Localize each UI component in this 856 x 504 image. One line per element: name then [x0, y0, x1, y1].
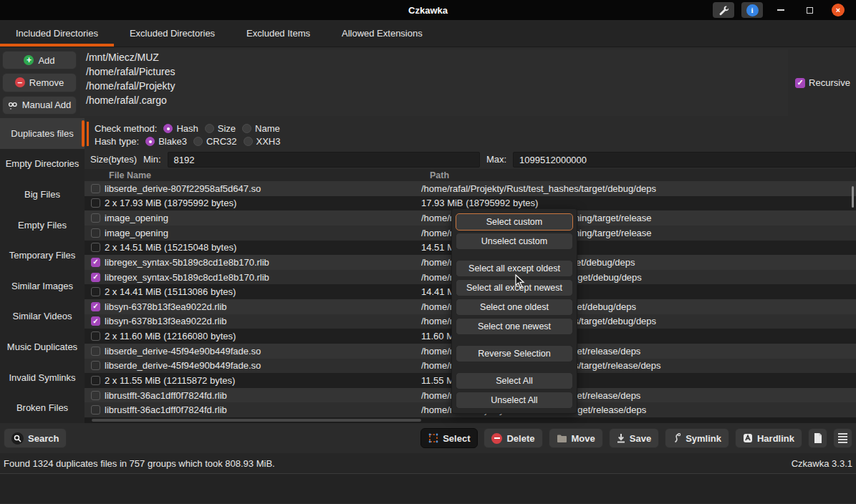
directory-row[interactable]: /home/rafal/.cargo: [80, 93, 788, 107]
sidebar-item-big-files[interactable]: Big Files: [0, 179, 85, 210]
manual-add-directory-button[interactable]: Manual Add: [2, 96, 77, 115]
symlink-label: Symlink: [686, 433, 721, 444]
search-button[interactable]: Search: [4, 428, 67, 448]
sidebar-item-label: Temporary Files: [9, 250, 75, 261]
sidebar-item-music-duplicates[interactable]: Music Duplicates: [0, 331, 85, 362]
directory-row[interactable]: /home/rafal/Projekty: [80, 79, 788, 93]
file-path: /home/rafal/Projekty/Rust/test_hashes/ta…: [421, 183, 856, 194]
recursive-checkbox[interactable]: [795, 78, 805, 88]
add-directory-button[interactable]: + Add: [2, 51, 77, 69]
sidebar-item-empty-files[interactable]: Empty Files: [0, 210, 85, 241]
plus-icon: +: [24, 55, 34, 65]
min-size-input[interactable]: 8192: [168, 152, 480, 168]
radio-size[interactable]: [205, 124, 214, 133]
tab-excluded-directories[interactable]: Excluded Directories: [114, 20, 231, 47]
select-button[interactable]: Select: [420, 428, 478, 448]
row-checkbox[interactable]: [91, 243, 100, 252]
radio-hash[interactable]: [163, 124, 173, 133]
max-size-input[interactable]: 1099512000000: [513, 152, 856, 168]
directory-row[interactable]: /mnt/Miecz/MUZ: [80, 50, 788, 64]
row-checkbox[interactable]: [91, 391, 100, 400]
sidebar-item-label: Invalid Symlinks: [9, 372, 75, 383]
sidebar-item-empty-directories[interactable]: Empty Directories: [0, 149, 85, 180]
menu-item-select-one-newest[interactable]: Select one newest: [456, 318, 573, 335]
hash-type-label: Hash type:: [95, 136, 139, 147]
save-icon: [617, 434, 625, 443]
size-bytes-label: Size(bytes): [90, 154, 137, 165]
row-checkbox[interactable]: [91, 331, 100, 341]
tab-allowed-extensions[interactable]: Allowed Extensions: [326, 20, 438, 47]
hardlink-button[interactable]: Hardlink: [735, 428, 802, 448]
radio-xxh3[interactable]: [244, 137, 253, 146]
radio-name[interactable]: [242, 124, 251, 133]
row-checkbox[interactable]: [91, 316, 100, 326]
delete-button[interactable]: Delete: [484, 428, 542, 448]
menu-item-select-all-except-oldest[interactable]: Select all except oldest: [456, 260, 573, 277]
sidebar-item-invalid-symlinks[interactable]: Invalid Symlinks: [0, 362, 85, 393]
row-checkbox[interactable]: [91, 361, 100, 370]
menu-item-select-all[interactable]: Select All: [456, 372, 573, 389]
sidebar-item-duplicates-files[interactable]: Duplicates files: [0, 118, 85, 149]
check-method-label: Check method:: [95, 123, 157, 134]
menu-item-unselect-all[interactable]: Unselect All: [456, 392, 573, 409]
sidebar-item-temporary-files[interactable]: Temporary Files: [0, 240, 85, 271]
duplicates-settings: Check method: Hash Size Name Hash type: …: [85, 118, 856, 150]
settings-button[interactable]: [713, 2, 734, 18]
row-checkbox[interactable]: [91, 228, 100, 238]
minimize-button[interactable]: [770, 2, 792, 18]
radio-size-label: Size: [218, 123, 236, 134]
symlink-icon: [673, 433, 681, 443]
column-path[interactable]: Path: [430, 170, 856, 180]
tab-included-directories[interactable]: Included Directories: [0, 20, 114, 47]
tab-excluded-items[interactable]: Excluded Items: [231, 20, 326, 47]
group-size: 2 x 11.55 MiB (12115872 bytes): [100, 375, 421, 386]
search-icon: [11, 432, 24, 445]
row-checkbox[interactable]: [91, 376, 100, 385]
menu-item-select-all-except-newest[interactable]: Select all except newest: [456, 279, 573, 296]
sidebar-item-similar-videos[interactable]: Similar Videos: [0, 301, 85, 332]
row-checkbox[interactable]: [91, 273, 100, 282]
vertical-scrollbar-thumb[interactable]: [852, 186, 854, 208]
row-checkbox[interactable]: [91, 287, 100, 296]
symlink-button[interactable]: Symlink: [665, 428, 729, 448]
horizontal-scrollbar-thumb[interactable]: [92, 419, 421, 422]
menu-item-select-one-oldest[interactable]: Select one oldest: [456, 299, 573, 316]
sort-button[interactable]: [833, 428, 852, 448]
menu-item-reverse-selection[interactable]: Reverse Selection: [456, 345, 573, 362]
file-name: image_opening: [100, 228, 421, 238]
directory-row[interactable]: /home/rafal/Pictures: [80, 64, 788, 79]
row-checkbox[interactable]: [91, 184, 100, 193]
radio-xxh3-label: XXH3: [256, 136, 281, 147]
radio-crc32[interactable]: [193, 137, 203, 146]
sidebar-item-broken-files[interactable]: Broken Files: [0, 392, 85, 423]
status-message: Found 1324 duplicates files in 757 group…: [4, 458, 275, 469]
remove-label: Remove: [29, 77, 64, 88]
move-button[interactable]: Move: [549, 428, 603, 448]
row-checkbox[interactable]: [91, 258, 100, 267]
menu-item-unselect-custom[interactable]: Unselect custom: [456, 233, 573, 250]
save-button[interactable]: Save: [609, 428, 659, 448]
row-checkbox[interactable]: [91, 346, 100, 356]
sidebar-item-similar-images[interactable]: Similar Images: [0, 271, 85, 301]
table-row[interactable]: libserde_derive-807f22958af5d647.so/home…: [85, 181, 856, 196]
size-filter-row: Size(bytes) Min: 8192 Max: 1099512000000: [85, 150, 856, 169]
close-button[interactable]: ×: [827, 2, 849, 18]
recursive-label: Recursive: [809, 77, 850, 88]
about-button[interactable]: i: [741, 2, 763, 18]
row-checkbox[interactable]: [91, 405, 100, 415]
info-icon: i: [746, 4, 759, 16]
horizontal-scrollbar[interactable]: [85, 417, 856, 423]
menu-item-select-custom[interactable]: Select custom: [456, 213, 573, 231]
row-checkbox[interactable]: [91, 213, 100, 223]
sidebar-item-label: Broken Files: [16, 402, 68, 413]
tab-label: Excluded Directories: [130, 28, 215, 39]
sidebar-item-label: Big Files: [24, 189, 60, 200]
row-checkbox[interactable]: [91, 198, 100, 208]
compare-button[interactable]: [808, 428, 827, 448]
remove-directory-button[interactable]: – Remove: [2, 73, 77, 92]
row-checkbox[interactable]: [91, 302, 100, 311]
radio-blake3[interactable]: [145, 137, 155, 146]
column-file-name[interactable]: File Name: [105, 170, 430, 180]
selection-icon: [428, 433, 438, 443]
maximize-button[interactable]: [799, 2, 820, 18]
